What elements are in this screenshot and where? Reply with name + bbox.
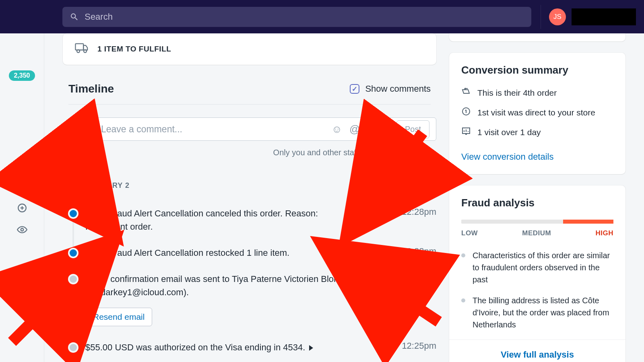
view-full-analysis-link[interactable]: View full analysis [449, 339, 625, 362]
fraud-risk-bar [461, 220, 613, 224]
conversion-row: 1st visit was direct to your store [461, 107, 613, 118]
fraud-bullet: Characteristics of this order are simila… [461, 249, 613, 286]
show-comments-toggle[interactable]: Show comments [350, 84, 431, 94]
card-top-sliver [449, 33, 625, 41]
add-icon[interactable] [17, 203, 27, 215]
timeline-text: APPFraud Alert Cancellation restocked 1 … [85, 246, 289, 259]
show-comments-label: Show comments [365, 84, 431, 94]
svg-rect-4 [75, 44, 83, 50]
fraud-analysis-card: Fraud analysis LOW MEDIUM HIGH Character… [449, 185, 625, 362]
fraud-risk-fill [563, 220, 613, 224]
comment-input-box[interactable]: ☺ @ # Post [92, 117, 436, 141]
fulfill-card[interactable]: 1 ITEM TO FULFILL [63, 33, 436, 65]
composer-note: Only you and other staff can see comment… [92, 148, 436, 157]
user-avatar[interactable]: JS [549, 8, 566, 25]
timeline-item[interactable]: $55.00 USD was authorized on the Visa en… [63, 334, 436, 360]
truck-icon [75, 43, 89, 55]
topbar-divider [541, 5, 541, 29]
app-badge: APP [85, 249, 105, 257]
timeline-time: 12:28pm [402, 207, 436, 233]
timeline-text: $55.00 USD was authorized on the Visa en… [85, 341, 313, 354]
svg-point-3 [21, 228, 23, 231]
search-input[interactable] [85, 12, 524, 22]
timeline-item[interactable]: Order confirmation email was sent to Tiy… [63, 266, 436, 305]
conversion-row: This is their 4th order [461, 87, 613, 99]
fraud-low-label: LOW [461, 229, 478, 237]
conversion-title: Conversion summary [461, 64, 613, 76]
timeline-text: APPFraud Alert Cancellation canceled thi… [85, 207, 359, 233]
composer-avatar: JS [63, 117, 85, 140]
user-name-redacted [572, 8, 636, 25]
timeline-date: JANUARY 2 [85, 181, 436, 190]
chart-icon [461, 126, 473, 138]
mention-icon[interactable]: @ [349, 123, 360, 136]
hash-icon[interactable]: # [367, 123, 373, 136]
timeline-dot [70, 249, 77, 257]
timeline-title: Timeline [68, 82, 114, 95]
comment-composer: JS ☺ @ # Post Only [63, 117, 436, 157]
cart-return-icon [461, 87, 473, 99]
fraud-title: Fraud analysis [461, 197, 613, 209]
app-badge: APP [85, 209, 105, 218]
timeline-time: 12:25pm [402, 341, 436, 354]
fulfill-label: 1 ITEM TO FULFILL [97, 45, 171, 53]
timeline-dot [70, 276, 77, 283]
top-bar: JS [0, 0, 644, 33]
conversion-row: 1 visit over 1 day [461, 126, 613, 138]
divider [68, 104, 431, 105]
search-box[interactable] [62, 7, 531, 27]
timeline-dot [70, 344, 77, 351]
fraud-bullet: The billing address is listed as Côte d'… [461, 294, 613, 331]
eye-icon[interactable] [17, 224, 27, 237]
orders-count-badge: 2,350 [9, 70, 35, 81]
timeline-dot [70, 210, 77, 217]
fraud-medium-label: MEDIUM [522, 229, 551, 237]
timeline-time: 12:25pm [402, 272, 436, 299]
first-visit-icon [461, 107, 473, 118]
timeline-time: 12:28pm [402, 246, 436, 259]
timeline-item[interactable]: APPFraud Alert Cancellation restocked 1 … [63, 240, 436, 266]
search-icon [70, 12, 79, 22]
resend-email-button[interactable]: Resend email [85, 308, 152, 326]
bullet-dot-icon [461, 253, 465, 257]
bullet-dot-icon [461, 298, 465, 302]
caret-right-icon [309, 345, 313, 351]
svg-point-6 [84, 50, 87, 53]
checkbox-icon [350, 84, 359, 94]
view-conversion-link[interactable]: View conversion details [461, 152, 554, 162]
post-button[interactable]: Post [396, 120, 429, 138]
timeline-list: APPFraud Alert Cancellation canceled thi… [63, 200, 436, 360]
timeline-text: Order confirmation email was sent to Tiy… [85, 272, 359, 299]
topbar-right: JS [533, 5, 636, 29]
emoji-icon[interactable]: ☺ [332, 123, 343, 136]
left-rail: 2,350 [0, 33, 44, 362]
fraud-risk-labels: LOW MEDIUM HIGH [461, 229, 613, 237]
timeline-item[interactable]: APPFraud Alert Cancellation canceled thi… [63, 200, 436, 240]
svg-point-5 [77, 50, 80, 53]
conversion-summary-card: Conversion summary This is their 4th ord… [449, 53, 625, 174]
timeline-header: Timeline Show comments [68, 82, 431, 95]
composer-icons: ☺ @ # [332, 123, 390, 136]
comment-input[interactable] [101, 124, 332, 135]
fraud-high-label: HIGH [595, 229, 613, 237]
attachment-icon[interactable] [380, 123, 390, 136]
